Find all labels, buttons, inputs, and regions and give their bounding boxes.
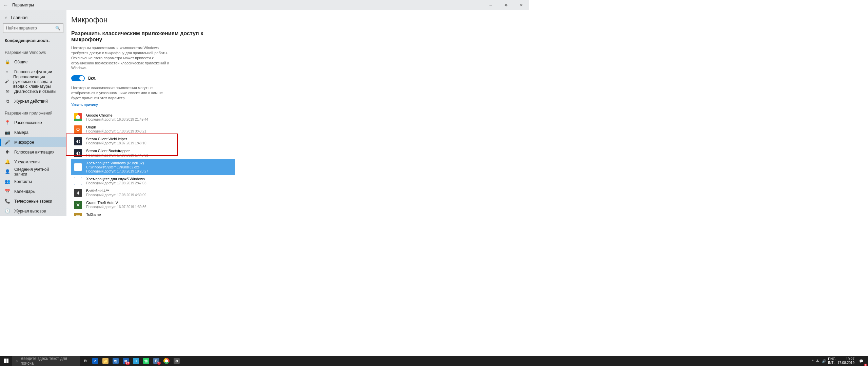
volume-icon[interactable]: 🔊 [822,359,826,363]
nav-item-label: Голосовые функции [14,69,52,74]
app-name: Grand Theft Auto V [86,201,146,205]
app-row[interactable]: ◐Steam Client WebHelperПоследний доступ:… [71,135,235,147]
app-name: Battlefield 4™ [86,189,146,193]
nav-item-icon: ᯤ [5,69,10,74]
taskbar-app[interactable]: e [90,356,100,366]
app-row[interactable]: ▦TslGameПоследний доступ: 17.08.2019 18:… [71,211,235,216]
toggle-label: Вкл. [88,76,96,81]
sidebar-item[interactable]: 🖊Персонализация рукописного ввода и ввод… [0,77,66,86]
home-icon: ⌂ [5,15,7,20]
settings-window: ← Параметры ─ ✥ ✕ ⌂ Главная Найти параме… [0,0,529,216]
nav-item-label: Голосовая активация [14,150,55,155]
nav-item-icon: ⧉ [5,99,10,104]
language-indicator[interactable]: ENG INTL [828,357,835,365]
nav-item-label: Журнал действий [14,99,48,104]
app-last-access: Последний доступ: 16.07.2019 1:39:56 [86,205,146,209]
start-button[interactable] [0,356,12,366]
action-center-button[interactable]: 💬 [856,356,866,366]
app-last-access: Последний доступ: 17.08.2019 4:30:09 [86,193,146,197]
app-path: C:\Windows\System32\rundll32.exe [86,165,148,169]
task-view-button[interactable]: ⧉ [80,356,90,366]
taskbar-app[interactable]: В [151,356,161,366]
app-icon: V [74,201,82,209]
network-icon[interactable]: 🖧 [816,359,819,363]
search-input[interactable]: Найти параметр 🔍 [3,23,63,33]
app-icon: O [74,125,82,134]
nav-section-1: Разрешения Windows [0,45,66,57]
sidebar-item[interactable]: 📅Календарь [0,186,66,196]
sidebar-item[interactable]: 🗣Голосовая активация [0,147,66,157]
sidebar-item[interactable]: ⧉Журнал действий [0,96,66,106]
nav-item-icon: 👤 [5,169,10,174]
sidebar-item[interactable]: 🔔Уведомления [0,157,66,167]
taskbar-search[interactable]: ⌕ Введите здесь текст для поиска [12,356,80,366]
titlebar: ← Параметры ─ ✥ ✕ [0,0,529,10]
minimize-button[interactable]: ─ [483,0,498,10]
category-label: Конфиденциальность [0,36,66,45]
tray-chevron-icon[interactable]: ˄ [812,359,814,363]
nav-item-icon: 📞 [5,199,10,204]
sidebar-item[interactable]: 👥Контакты [0,177,66,186]
sidebar-item[interactable]: 📍Расположение [0,118,66,127]
note-text: Некоторые классические приложения могут … [71,85,173,101]
sidebar-item[interactable]: 🎤Микрофон [0,137,66,147]
app-row[interactable]: 4Battlefield 4™Последний доступ: 17.08.2… [71,187,235,199]
clock[interactable]: 19:27 17.08.2019 [837,357,854,365]
app-icon [74,163,82,171]
app-row[interactable]: Хост-процесс Windows (Rundll32)C:\Window… [71,159,235,175]
nav-item-icon: 📍 [5,120,10,125]
windows-logo-icon [4,359,8,363]
taskbar-app[interactable] [161,356,172,366]
app-row[interactable]: ◐Steam Client BootstrapperПоследний дост… [71,147,235,159]
desktop-apps-list: Google ChromeПоследний доступ: 16.08.201… [71,111,529,216]
nav-item-icon: 🎤 [5,140,10,145]
maximize-button[interactable]: ✥ [498,0,514,10]
nav-item-icon: 🔒 [5,59,10,64]
nav-item-icon: 🔔 [5,159,10,164]
nav-item-label: Микрофон [14,140,34,145]
close-button[interactable]: ✕ [514,0,529,10]
nav-item-label: Телефонные звонки [14,199,52,204]
app-last-access: Последний доступ: 16.08.2019 21:49:44 [86,118,148,122]
app-row[interactable]: VGrand Theft Auto VПоследний доступ: 16.… [71,199,235,211]
app-last-access: Последний доступ: 17.08.2019 3:43:21 [86,129,146,134]
sidebar-item[interactable]: 🔒Общие [0,57,66,67]
app-icon: 4 [74,189,82,197]
nav-item-label: Расположение [14,120,42,125]
taskbar-app[interactable]: ☏ [141,356,151,366]
app-row[interactable]: Google ChromeПоследний доступ: 16.08.201… [71,111,235,123]
nav-item-label: Уведомления [14,160,40,164]
nav-item-label: Диагностика и отзывы [14,89,56,94]
taskbar-app[interactable]: ✈ [131,356,141,366]
sidebar-item[interactable]: 📞Телефонные звонки [0,196,66,206]
allow-desktop-apps-toggle[interactable] [71,75,85,81]
home-link[interactable]: ⌂ Главная [0,14,66,23]
sidebar-item[interactable]: 👤Сведения учетной записи [0,167,66,177]
nav-section-2: Разрешения приложений [0,106,66,118]
sidebar-item[interactable]: 📷Камера [0,127,66,137]
nav-item-label: Календарь [14,189,35,194]
taskbar-app[interactable]: 🛍 [111,356,121,366]
nav-item-icon: 📅 [5,189,10,194]
app-name: Хост-процесс для служб Windows [86,177,146,181]
nav-item-icon: 🖊 [5,79,9,84]
sidebar: ⌂ Главная Найти параметр 🔍 Конфиденциаль… [0,10,66,216]
app-name: Origin [86,125,146,129]
nav-item-icon: 👥 [5,179,10,184]
taskbar-app[interactable]: ⚙ [172,356,182,366]
app-last-access: Последний доступ: 17.08.2019 17:43:01 [86,154,148,158]
learn-why-link[interactable]: Узнать причину [71,103,98,107]
app-name: Steam Client Bootstrapper [86,149,148,153]
back-button[interactable]: ← [3,2,8,8]
nav-item-label: Камера [14,130,28,135]
app-row[interactable]: Хост-процесс для служб WindowsПоследний … [71,175,235,187]
sidebar-item[interactable]: ✉Диагностика и отзывы [0,86,66,96]
taskbar-app[interactable]: ✉ [121,356,131,366]
app-row[interactable]: OOriginПоследний доступ: 17.08.2019 3:43… [71,123,235,135]
nav-item-icon: 🗣 [5,149,10,155]
nav-item-icon: 🕓 [5,208,10,214]
sidebar-item[interactable]: 🕓Журнал вызовов [0,206,66,216]
section-description: Некоторым приложениям и компонентам Wind… [71,45,173,70]
taskbar-app[interactable]: 📁 [100,356,111,366]
app-last-access: Последний доступ: 17.08.2019 2:47:03 [86,181,146,185]
